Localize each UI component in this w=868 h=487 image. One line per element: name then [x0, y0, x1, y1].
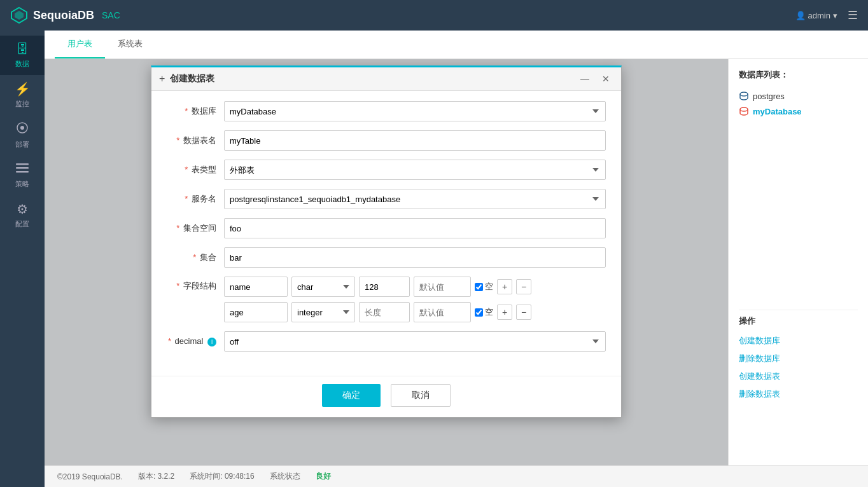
field-structure-section: * 字段结构 char integer	[167, 277, 606, 322]
sidebar-label-deploy: 部署	[15, 140, 29, 149]
form-row-tablename: * 数据表名	[167, 130, 606, 151]
field-remove-button-1[interactable]: −	[516, 279, 531, 294]
sidebar-item-config[interactable]: ⚙ 配置	[0, 195, 45, 235]
sidebar-item-data[interactable]: 🗄 数据	[0, 36, 45, 75]
footer-status-label: 系统状态	[270, 471, 300, 482]
database-label: * 数据库	[167, 106, 224, 117]
dropdown-icon: ▾	[833, 11, 837, 20]
sidebar-label-data: 数据	[15, 59, 29, 69]
cancel-button[interactable]: 取消	[391, 384, 451, 407]
sidebar-item-monitor[interactable]: ⚡ 监控	[0, 75, 45, 115]
form-row-database: * 数据库 myDatabase postgres	[167, 101, 606, 121]
op-create-table[interactable]: 创建数据表	[739, 367, 858, 385]
admin-label: admin	[808, 11, 830, 20]
tablename-label: * 数据表名	[167, 135, 224, 146]
db-icon-mydatabase	[739, 106, 749, 116]
dialog-title: 创建数据表	[170, 73, 214, 85]
decimal-select[interactable]: off on	[224, 331, 606, 352]
field-nullable-checkbox-1[interactable]	[475, 283, 483, 291]
close-button[interactable]: ✕	[598, 72, 613, 85]
field-default-input-1[interactable]	[414, 277, 471, 297]
form-row-collection-space: * 集合空间	[167, 218, 606, 238]
svg-point-8	[740, 107, 748, 111]
tab-user-table-label: 用户表	[67, 39, 92, 48]
create-table-dialog: + 创建数据表 — ✕	[151, 65, 622, 418]
db-name-postgres: postgres	[753, 92, 785, 101]
collection-space-label: * 集合空间	[167, 223, 224, 234]
dialog-header-left: + 创建数据表	[159, 73, 214, 85]
form-row-collection: * 集合	[167, 247, 606, 268]
form-row-servicename: * 服务名 postgresqlinstance1_sequoiadb1_myd…	[167, 189, 606, 209]
monitor-icon: ⚡	[15, 81, 31, 97]
page-footer: ©2019 SequoiaDB. 版本: 3.2.2 系统时间: 09:48:1…	[45, 465, 868, 487]
field-row-1: char integer varchar 空	[224, 277, 606, 297]
op-delete-table[interactable]: 删除数据表	[739, 385, 858, 403]
decimal-label: * decimal i	[167, 336, 224, 346]
tab-system-table[interactable]: 系统表	[105, 31, 155, 58]
collection-label: * 集合	[167, 252, 224, 263]
minimize-button[interactable]: —	[577, 72, 593, 85]
form-row-decimal: * decimal i off on	[167, 331, 606, 352]
database-select[interactable]: myDatabase postgres	[224, 101, 606, 121]
field-nullable-label-2: 空	[475, 306, 493, 318]
sidebar-item-deploy[interactable]: 部署	[0, 115, 45, 156]
field-row-2: char integer varchar 空	[224, 302, 606, 322]
field-type-select-2[interactable]: char integer varchar	[291, 302, 355, 322]
db-item-mydatabase[interactable]: myDatabase	[739, 104, 858, 119]
tab-user-table[interactable]: 用户表	[55, 31, 105, 58]
db-name-mydatabase: myDatabase	[753, 107, 802, 116]
svg-rect-5	[16, 167, 29, 169]
sidebar-label-config: 配置	[15, 219, 29, 229]
db-item-postgres[interactable]: postgres	[739, 88, 858, 104]
main-content: 用户表 系统表 + 创建数据表	[45, 31, 868, 487]
brand-area: SequoiaDB SAC	[10, 6, 120, 24]
field-length-input-2[interactable]	[359, 302, 410, 322]
tabletype-select[interactable]: 外部表 普通表	[224, 160, 606, 180]
field-length-input-1[interactable]	[359, 277, 410, 297]
tablename-input[interactable]	[224, 130, 606, 151]
field-add-button-2[interactable]: +	[497, 305, 512, 320]
dialog-add-button[interactable]: +	[159, 73, 165, 85]
field-name-input-1[interactable]	[224, 277, 288, 297]
collection-space-input[interactable]	[224, 218, 606, 238]
field-nullable-label-1: 空	[475, 281, 493, 292]
field-remove-button-2[interactable]: −	[516, 305, 531, 320]
db-icon-postgres	[739, 91, 749, 101]
top-nav: SequoiaDB SAC 👤 admin ▾ ☰	[0, 0, 868, 31]
svg-point-3	[20, 126, 24, 130]
servicename-label: * 服务名	[167, 193, 224, 205]
svg-rect-4	[16, 163, 29, 165]
svg-marker-1	[15, 11, 24, 20]
brand-sac: SAC	[102, 10, 120, 20]
data-icon: 🗄	[16, 42, 29, 57]
sidebar: 🗄 数据 ⚡ 监控 部署 策略	[0, 31, 45, 487]
sidebar-item-strategy[interactable]: 策略	[0, 156, 45, 195]
op-create-db[interactable]: 创建数据库	[739, 332, 858, 350]
field-type-select-1[interactable]: char integer varchar	[291, 277, 355, 297]
servicename-select[interactable]: postgresqlinstance1_sequoiadb1_mydatabas…	[224, 189, 606, 209]
brand-name: SequoiaDB	[33, 9, 94, 22]
field-name-input-2[interactable]	[224, 302, 288, 322]
field-add-button-1[interactable]: +	[497, 279, 512, 294]
admin-button[interactable]: 👤 admin ▾	[795, 11, 837, 20]
sidebar-label-strategy: 策略	[15, 179, 29, 189]
dialog-body: * 数据库 myDatabase postgres * 数据表名	[151, 91, 621, 371]
confirm-button[interactable]: 确定	[322, 384, 381, 407]
dialog-header-controls: — ✕	[577, 72, 613, 85]
field-nullable-checkbox-2[interactable]	[475, 308, 483, 317]
field-default-input-2[interactable]	[414, 302, 471, 322]
logo-icon	[10, 6, 28, 24]
content-area: + 创建数据表 — ✕	[45, 59, 868, 465]
decimal-info-icon[interactable]: i	[207, 338, 216, 346]
config-icon: ⚙	[17, 202, 28, 217]
nav-right: 👤 admin ▾ ☰	[795, 8, 858, 22]
operations-title: 操作	[739, 310, 858, 327]
tabletype-label: * 表类型	[167, 164, 224, 175]
dialog-header: + 创建数据表 — ✕	[151, 67, 621, 91]
collection-input[interactable]	[224, 247, 606, 268]
op-delete-db[interactable]: 删除数据库	[739, 350, 858, 367]
form-row-tabletype: * 表类型 外部表 普通表	[167, 160, 606, 180]
field-structure-label: * 字段结构	[167, 277, 224, 292]
hamburger-menu-button[interactable]: ☰	[848, 8, 858, 22]
sidebar-label-monitor: 监控	[15, 99, 29, 109]
